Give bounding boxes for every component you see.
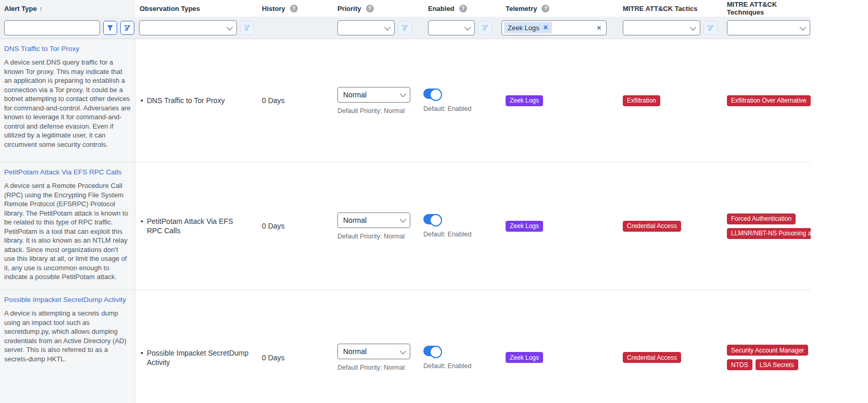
history-cell: 0 Days [255,162,330,289]
clear-filter-button-disabled [703,21,718,35]
help-icon[interactable]: ? [459,5,467,12]
enabled-filter-select[interactable] [428,20,475,35]
clear-filter-button-disabled [478,21,492,35]
priority-cell: Normal Default Priority: Normal [330,39,420,162]
alert-description: A device sent DNS query traffic for a kn… [4,58,131,149]
funnel-off-icon [481,24,489,32]
help-icon[interactable]: ? [542,5,549,12]
history-value: 0 Days [255,354,285,362]
priority-cell: Normal Default Priority: Normal [330,290,420,403]
alert-catalog-page: Alert Type ↑ Observation Types History ?… [0,0,868,403]
observation-type-item: DNS Traffic to Tor Proxy [140,96,249,105]
mitre-tactics-cell: Credential Access [619,290,723,403]
mitre-techniques-cell: Forced AuthenticationLLMNR/NBT-NS Poison… [723,162,811,289]
priority-select[interactable]: Normal [337,344,410,359]
techniques-badges: Forced AuthenticationLLMNR/NBT-NS Poison… [727,213,811,239]
priority-default-hint: Default Priority: Normal [337,107,405,115]
chevron-down-icon [384,23,391,30]
observation-types-cell: PetitPotam Attack Via EFS RPC Calls [135,162,255,289]
apply-filter-button[interactable] [103,21,117,35]
enabled-toggle[interactable] [423,214,442,224]
history-cell: 0 Days [255,290,330,403]
chevron-down-icon [400,347,407,354]
techniques-badges: Security Account ManagerNTDSLSA Secrets [727,345,811,370]
priority-select[interactable]: Normal [337,87,410,103]
clear-filter-button-disabled [398,21,412,35]
funnel-off-icon [707,24,714,32]
mitre-techniques-cell: Security Account ManagerNTDSLSA Secrets [723,290,811,403]
telemetry-cell: Zeek Logs [497,290,619,403]
mitre-tactics-filter-select[interactable] [623,20,700,35]
table-body: DNS Traffic to Tor Proxy A device sent D… [0,39,811,403]
observation-types-filter-select[interactable] [139,20,237,35]
chip-remove-icon[interactable]: ✕ [543,24,548,31]
techniques-badges: Exfiltration Over Alternative [727,95,811,106]
help-icon[interactable]: ? [366,5,374,12]
alert-types-table: Alert Type ↑ Observation Types History ?… [0,0,811,403]
telemetry-cell: Zeek Logs [497,39,619,162]
tactics-badges: Credential Access [623,352,681,363]
funnel-off-icon [243,24,251,32]
alert-type-filter-input[interactable] [4,20,100,35]
alert-type-link[interactable]: PetitPotam Attack Via EFS RPC Calls [4,167,131,178]
observation-types-list: DNS Traffic to Tor Proxy [140,96,249,105]
observation-types-cell: DNS Traffic to Tor Proxy [135,39,255,162]
column-header-alert-type[interactable]: Alert Type ↑ [0,0,135,17]
technique-badge: Forced Authentication [727,213,796,224]
telemetry-cell: Zeek Logs [497,162,619,289]
chevron-down-icon [690,23,697,30]
tactics-badges: Exfiltration [623,95,660,106]
clear-selection-icon[interactable]: ✕ [596,24,602,32]
chevron-down-icon [400,91,407,97]
alert-type-link[interactable]: DNS Traffic to Tor Proxy [4,44,131,54]
enabled-default-hint: Default: Enabled [423,231,471,238]
table-row: PetitPotam Attack Via EFS RPC Calls A de… [0,162,811,290]
tactics-badges: Credential Access [623,221,681,232]
column-label: History [262,5,285,12]
history-value: 0 Days [255,222,285,230]
observation-types-list: PetitPotam Attack Via EFS RPC Calls [140,217,249,235]
enabled-toggle[interactable] [423,346,442,356]
column-label: Priority [337,5,361,12]
history-filter-cell [255,17,330,39]
chevron-down-icon [800,23,807,30]
funnel-icon [106,24,114,32]
enabled-cell: Default: Enabled [420,290,497,403]
chevron-down-icon [227,23,233,30]
technique-badge: LSA Secrets [756,359,798,370]
technique-badge: Security Account Manager [727,345,808,356]
priority-default-hint: Default Priority: Normal [337,364,405,371]
mitre-techniques-filter-select[interactable] [727,20,810,35]
telemetry-badge: Zeek Logs [506,95,543,106]
enabled-cell: Default: Enabled [420,162,497,289]
funnel-off-icon [123,24,131,32]
telemetry-filter-chip: Zeek Logs ✕ [504,22,552,33]
priority-cell: Normal Default Priority: Normal [330,162,420,289]
priority-filter-select[interactable] [337,20,395,35]
column-label: MITRE ATT&CK Techniques [727,1,811,16]
alert-description: A device is attempting a secrets dump us… [4,309,131,363]
alert-type-link[interactable]: Possible Impacket SecretDump Activity [4,295,131,305]
history-value: 0 Days [255,96,285,105]
tactic-badge: Credential Access [623,221,681,232]
technique-badge: Exfiltration Over Alternative [727,95,811,106]
column-label: MITRE ATT&CK Tactics [623,5,698,12]
clear-filter-button[interactable] [120,21,134,35]
chevron-down-icon [464,23,471,30]
column-label: Enabled [428,5,455,12]
mitre-tactics-cell: Credential Access [619,162,723,289]
priority-value: Normal [343,216,367,224]
telemetry-filter-multiselect[interactable]: Zeek Logs ✕ ✕ [501,20,607,35]
funnel-off-icon [401,24,409,32]
table-row: DNS Traffic to Tor Proxy A device sent D… [0,39,811,162]
chevron-down-icon [400,216,407,223]
priority-select[interactable]: Normal [337,212,410,228]
help-icon[interactable]: ? [290,5,298,12]
tactic-badge: Exfiltration [623,95,660,106]
telemetry-badge: Zeek Logs [506,352,543,363]
mitre-tactics-cell: Exfiltration [619,39,723,162]
telemetry-badge: Zeek Logs [506,221,543,232]
observation-types-list: Possible Impacket SecretDump Activity [140,348,249,367]
enabled-toggle[interactable] [423,89,442,99]
alert-type-cell: PetitPotam Attack Via EFS RPC Calls A de… [0,162,135,289]
